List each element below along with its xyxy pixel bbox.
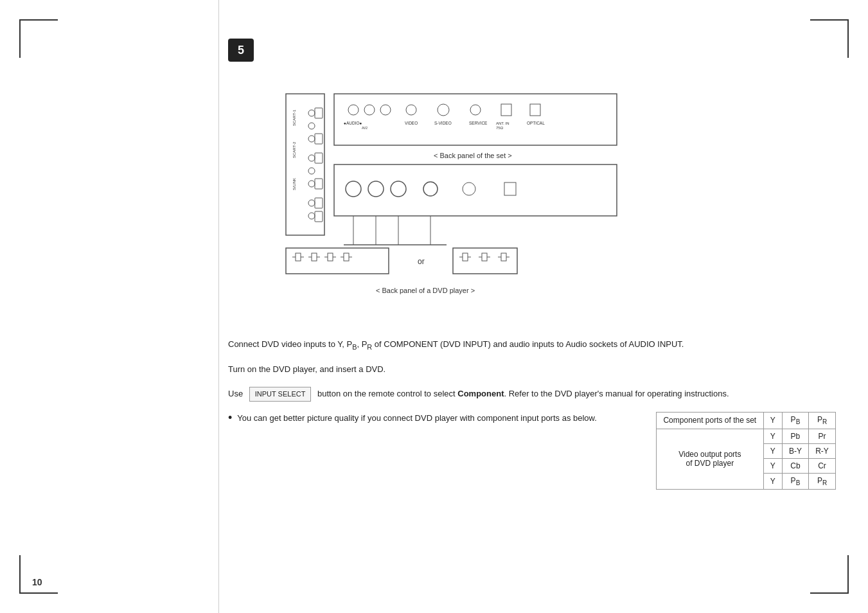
- bullet-text-1: You can get better picture quality if yo…: [237, 412, 597, 425]
- component-text: Component: [457, 389, 504, 398]
- table-header-row: Component ports of the set Y PB PR: [657, 413, 836, 429]
- table-row4-pb: PB: [782, 473, 808, 489]
- border-top-left: [19, 19, 58, 21]
- svg-point-20: [364, 105, 375, 115]
- svg-point-22: [406, 105, 416, 115]
- bottom-section: • You can get better picture quality if …: [228, 412, 836, 490]
- svg-point-9: [308, 181, 315, 187]
- svg-text:AV2: AV2: [362, 126, 368, 130]
- table-header-pr: PR: [809, 413, 836, 429]
- table-row2-pb: B-Y: [782, 443, 808, 458]
- svg-point-40: [463, 182, 475, 195]
- table-row-1: Video output portsof DVD player Y Pb Pr: [657, 429, 836, 443]
- svg-rect-18: [334, 94, 617, 145]
- bullet-dot: •: [228, 412, 232, 423]
- svg-rect-13: [315, 134, 323, 144]
- svg-point-7: [308, 155, 315, 161]
- table-row3-y: Y: [763, 458, 782, 473]
- paragraph3-mid: button on the remote control to select: [317, 389, 457, 398]
- svg-point-10: [308, 200, 315, 206]
- svg-point-11: [308, 213, 315, 219]
- paragraph1: Connect DVD video inputs to Y, PB, PR of…: [228, 338, 836, 353]
- svg-text:OPTICAL: OPTICAL: [527, 121, 545, 125]
- paragraph1-end: of COMPONENT (DVD INPUT) and audio input…: [372, 339, 684, 349]
- left-divider: [218, 0, 219, 613]
- dvd-panel-svg: or: [279, 242, 639, 293]
- svg-point-21: [380, 105, 391, 115]
- border-bottom-left: [19, 592, 58, 594]
- border-right-top: [847, 19, 849, 58]
- table-row3-pb: Cb: [782, 458, 808, 473]
- paragraph1-text1: Connect DVD video inputs to Y, P: [228, 339, 352, 349]
- border-bottom-right: [810, 592, 849, 594]
- step-badge: 5: [228, 39, 254, 62]
- table-row1-y: Y: [763, 429, 782, 443]
- svg-rect-65: [482, 253, 487, 261]
- paragraph2: Turn on the DVD player, and insert a DVD…: [228, 363, 836, 377]
- table-header-label: Component ports of the set: [657, 413, 764, 429]
- svg-point-19: [348, 105, 359, 115]
- svg-point-24: [470, 105, 481, 115]
- paragraph1-mid: , P: [357, 339, 367, 349]
- paragraph2-text: Turn on the DVD player, and insert a DVD…: [228, 364, 385, 374]
- svg-rect-0: [286, 94, 324, 235]
- svg-point-5: [308, 123, 315, 129]
- svg-text:S-VIDEO: S-VIDEO: [434, 121, 452, 125]
- dvd-panel-label: < Back panel of a DVD player >: [376, 287, 475, 294]
- table-row1-pr: Pr: [809, 429, 836, 443]
- table-row4-pr: PR: [809, 473, 836, 489]
- svg-point-36: [346, 181, 361, 197]
- table-row2-pr: R-Y: [809, 443, 836, 458]
- svg-text:SCART-1: SCART-1: [292, 109, 296, 126]
- svg-text:SERVICE: SERVICE: [469, 121, 488, 125]
- border-top-right: [810, 19, 849, 21]
- svg-rect-25: [501, 104, 511, 116]
- svg-point-38: [391, 181, 406, 197]
- svg-point-37: [368, 181, 384, 197]
- bullet-point-1: • You can get better picture quality if …: [228, 412, 643, 425]
- dvd-panel-diagram: or: [279, 242, 639, 293]
- svg-rect-57: [344, 253, 349, 261]
- border-left-top: [19, 19, 21, 58]
- svg-point-39: [423, 182, 438, 196]
- bottom-text: • You can get better picture quality if …: [228, 412, 643, 433]
- paragraph3: Use INPUT SELECT button on the remote co…: [228, 387, 836, 402]
- table-row3-pr: Cr: [809, 458, 836, 473]
- svg-point-4: [308, 110, 315, 116]
- paragraph3-end: . Refer to the DVD player's manual for o…: [504, 389, 729, 398]
- border-left-bottom: [19, 555, 21, 594]
- svg-rect-62: [463, 253, 468, 261]
- svg-rect-17: [315, 211, 323, 222]
- border-right-bottom: [847, 555, 849, 594]
- svg-text:●AUDIO●: ●AUDIO●: [344, 121, 362, 125]
- svg-text:ANT. IN: ANT. IN: [496, 121, 509, 125]
- svg-rect-26: [530, 104, 540, 116]
- svg-point-8: [308, 168, 315, 174]
- svg-text:VIDEO: VIDEO: [405, 121, 418, 125]
- main-content: 5 < Back panel of the set > SCART-1 SCAR…: [228, 39, 836, 574]
- svg-rect-68: [501, 253, 506, 261]
- svg-rect-16: [315, 198, 323, 208]
- table-dvd-label: Video output portsof DVD player: [657, 429, 764, 489]
- tv-panel-diagram: SCART-1 SCART-2 S/LINK: [279, 75, 639, 254]
- svg-text:75Ω: 75Ω: [496, 126, 504, 130]
- svg-rect-47: [286, 248, 389, 274]
- svg-rect-51: [312, 253, 317, 261]
- table-row1-pb: Pb: [782, 429, 808, 443]
- use-label: Use: [228, 389, 243, 398]
- svg-text:S/LINK: S/LINK: [292, 178, 296, 190]
- table-header-pb: PB: [782, 413, 808, 429]
- svg-point-6: [308, 136, 315, 142]
- component-table: Component ports of the set Y PB PR Video…: [656, 412, 836, 490]
- svg-rect-48: [296, 253, 301, 261]
- diagram-container: < Back panel of the set > SCART-1 SCART-…: [228, 75, 836, 319]
- svg-text:or: or: [418, 257, 425, 266]
- svg-rect-15: [315, 179, 323, 189]
- svg-text:SCART-2: SCART-2: [292, 141, 296, 158]
- svg-rect-12: [315, 108, 323, 118]
- tv-panel-svg: SCART-1 SCART-2 S/LINK: [279, 75, 639, 254]
- svg-point-23: [438, 104, 449, 116]
- input-select-button: INPUT SELECT: [249, 387, 312, 402]
- svg-rect-14: [315, 153, 323, 163]
- table-header-y: Y: [763, 413, 782, 429]
